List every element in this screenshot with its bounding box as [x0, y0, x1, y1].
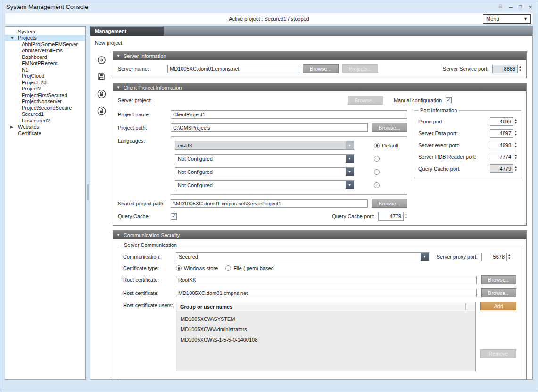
tree-item[interactable]: ProjectNonserver	[5, 98, 85, 105]
default-language-radio[interactable]	[374, 169, 380, 175]
tree-item[interactable]: ProjectFirstSecured	[5, 92, 85, 98]
server-name-label: Server name:	[118, 66, 167, 72]
host-certificate-users-list[interactable]: Group or user names MD1005XCW\SYSTEMMD10…	[176, 302, 476, 371]
default-language-radio[interactable]	[374, 143, 380, 148]
tree-item[interactable]: N1	[5, 66, 85, 73]
port-input[interactable]: 4897	[490, 129, 513, 138]
language-select[interactable]: Not Configured ▼	[175, 180, 354, 189]
chevron-down-icon[interactable]: ▼	[346, 141, 354, 149]
manual-configuration-checkbox[interactable]: ✓	[446, 97, 452, 103]
chevron-down-icon[interactable]: ▼	[346, 168, 354, 176]
project-toolbar	[90, 51, 113, 380]
windows-store-radio[interactable]	[176, 265, 182, 271]
server-proxy-port-input[interactable]: 5678	[481, 253, 507, 261]
tab-management[interactable]: Management	[90, 27, 164, 36]
default-language-radio[interactable]	[374, 182, 380, 188]
tree-item[interactable]: Certificate	[5, 130, 85, 137]
chevron-down-icon: ▼	[523, 16, 528, 21]
server-information-header[interactable]: ▼ Server Information	[113, 52, 526, 60]
project-path-input[interactable]	[171, 123, 368, 132]
service-port-input[interactable]: 8888	[492, 65, 518, 73]
host-certificate-input[interactable]	[176, 289, 477, 297]
tree-item[interactable]: Project2	[5, 86, 85, 92]
launch-project-icon	[97, 56, 106, 65]
tree-item-label: Websites	[18, 124, 39, 130]
minimize-button[interactable]: –	[509, 4, 513, 10]
tree-item[interactable]: AbhiserverAllEms	[5, 48, 85, 54]
page-title: New project	[95, 40, 532, 46]
add-user-button[interactable]: Add	[480, 302, 516, 310]
proxy-port-spinner[interactable]: ▲▼	[508, 253, 511, 260]
browse-host-certificate-button[interactable]: Browse...	[481, 288, 516, 297]
splitter[interactable]	[86, 26, 90, 380]
port-spinner[interactable]: ▲▼	[514, 142, 517, 148]
list-item[interactable]: MD1005XCW\S-1-5-5-0-1400108	[176, 335, 475, 345]
tree-expander-icon[interactable]: ▼	[10, 36, 18, 40]
project-name-input[interactable]	[171, 110, 407, 119]
tree-item[interactable]: System	[5, 28, 85, 35]
port-spinner[interactable]: ▲▼	[514, 165, 517, 172]
communication-security-header[interactable]: ▼ Communication Security	[113, 231, 526, 239]
root-certificate-input[interactable]	[176, 276, 477, 284]
query-cache-port-spinner[interactable]: ▲▼	[405, 213, 407, 220]
pem-file-label: File (.pem) based	[233, 265, 274, 271]
port-spinner[interactable]: ▲▼	[514, 118, 517, 125]
shared-project-path-input[interactable]	[171, 199, 368, 208]
lock-project-button[interactable]	[97, 89, 106, 98]
browse-server-project-button[interactable]: Browse...	[348, 96, 383, 105]
selected-language: Not Configured	[175, 182, 346, 188]
projects-button[interactable]: Projects...	[342, 64, 378, 73]
server-communication-group: Server Communication Communication: Secu…	[118, 245, 521, 377]
tree-expander-icon[interactable]: ▶	[10, 125, 18, 129]
tree-item[interactable]: ProjCloud	[5, 73, 85, 80]
chevron-down-icon[interactable]: ▼	[346, 155, 354, 163]
tree-item[interactable]: Dashboard	[5, 54, 85, 60]
tree-item-label: AbhiProjSomeEMServer	[22, 41, 78, 47]
tree-item[interactable]: ▶ Websites	[5, 124, 85, 131]
primary-language-select[interactable]: en-US ▼	[175, 141, 354, 150]
server-name-input[interactable]	[167, 65, 298, 73]
list-item[interactable]: MD1005XCW\SYSTEM	[176, 314, 475, 324]
tree-item[interactable]: Secured1	[5, 111, 85, 118]
chevron-down-icon[interactable]: ▼	[421, 253, 429, 261]
launch-project-button[interactable]	[97, 55, 106, 65]
tree-item[interactable]: EMNotPResent	[5, 60, 85, 67]
language-select[interactable]: Not Configured ▼	[175, 167, 354, 176]
query-cache-port-input[interactable]: 4779	[378, 212, 404, 220]
port-spinner[interactable]: ▲▼	[514, 154, 517, 160]
menu-dropdown[interactable]: Menu ▼	[483, 14, 531, 24]
close-button[interactable]: ×	[528, 3, 532, 10]
list-item[interactable]: MD1005XCW\Administrators	[176, 324, 475, 335]
service-port-spinner[interactable]: ▲▼	[519, 65, 521, 72]
collapse-icon: ▼	[116, 54, 120, 58]
unlock-project-button[interactable]	[97, 106, 106, 115]
remove-user-button[interactable]: Remove	[480, 349, 516, 358]
chevron-down-icon[interactable]: ▼	[346, 181, 354, 189]
save-project-button[interactable]	[97, 72, 106, 82]
port-input[interactable]: 7774	[490, 153, 513, 161]
browse-project-path-button[interactable]: Browse...	[372, 123, 407, 132]
communication-select[interactable]: Secured ▼	[176, 252, 429, 261]
client-project-header[interactable]: ▼ Client Project Information	[113, 83, 526, 91]
tree-item[interactable]: ▼ Projects	[5, 35, 85, 41]
pem-file-radio[interactable]	[225, 265, 231, 271]
default-label: Default	[382, 143, 398, 148]
default-language-radio[interactable]	[374, 156, 380, 162]
browse-shared-path-button[interactable]: Browse...	[372, 199, 407, 208]
query-cache-checkbox[interactable]: ✓	[171, 213, 177, 220]
language-select[interactable]: Not Configured ▼	[175, 154, 354, 163]
splitter-handle[interactable]	[87, 184, 89, 200]
port-input[interactable]: 4999	[490, 117, 513, 126]
tree-item[interactable]: AbhiProjSomeEMServer	[5, 41, 85, 48]
communication-security-section: ▼ Communication Security Server Communic…	[113, 230, 527, 380]
port-input[interactable]: 4998	[490, 141, 513, 149]
tree-item[interactable]: ProjectSecondSecure	[5, 105, 85, 111]
browse-root-certificate-button[interactable]: Browse...	[481, 275, 516, 284]
browse-server-button[interactable]: Browse...	[303, 64, 339, 73]
port-spinner[interactable]: ▲▼	[514, 130, 517, 137]
tree-item[interactable]: Project_23	[5, 79, 85, 86]
server-proxy-port-label: Server proxy port:	[437, 254, 478, 260]
port-input[interactable]: 4779	[490, 164, 513, 173]
maximize-button[interactable]: □	[519, 4, 522, 9]
tree-item[interactable]: Unsecured2	[5, 117, 85, 124]
